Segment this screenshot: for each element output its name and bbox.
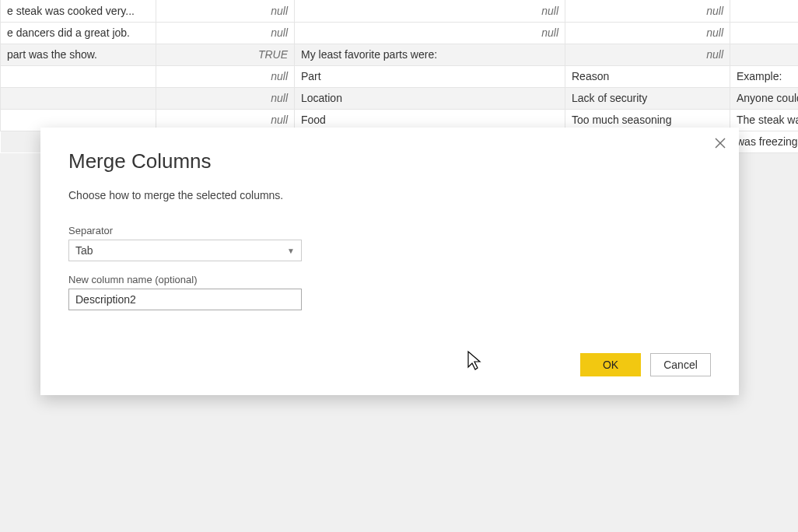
grid-cell[interactable]: null [730, 44, 799, 65]
close-button[interactable] [711, 134, 730, 152]
separator-selected-value: Tab [75, 244, 93, 257]
dialog-buttons: OK Cancel [580, 353, 711, 376]
ok-button[interactable]: OK [580, 353, 641, 376]
grid-cell[interactable]: null [156, 22, 295, 44]
grid-cell[interactable]: e dancers did a great job. [1, 22, 156, 44]
grid-cell[interactable]: The steak wa [730, 109, 799, 131]
grid-cell[interactable] [1, 65, 156, 87]
table-row[interactable]: null Part Reason Example: [1, 65, 799, 87]
grid-cell[interactable]: null [156, 0, 295, 22]
table-row[interactable]: null Location Lack of security Anyone co… [1, 87, 799, 109]
grid-cell[interactable]: null [156, 65, 295, 87]
grid-cell[interactable]: Example: [730, 65, 799, 87]
grid-cell[interactable]: Anyone could [730, 87, 799, 109]
table-row[interactable]: part was the show. TRUE My least favorit… [1, 44, 799, 65]
grid-cell[interactable]: null [156, 87, 295, 109]
cancel-button[interactable]: Cancel [650, 353, 711, 376]
grid-cell[interactable]: null [565, 44, 730, 65]
grid-cell[interactable]: Reason [565, 65, 730, 87]
grid-cell[interactable]: null [565, 22, 730, 44]
grid-cell[interactable]: Lack of security [565, 87, 730, 109]
separator-label: Separator [68, 225, 711, 236]
grid-cell[interactable]: null [295, 22, 565, 44]
dialog-instruction: Choose how to merge the selected columns… [68, 189, 711, 201]
newcolumn-input[interactable] [68, 289, 302, 310]
grid-cell[interactable]: TRUE [156, 44, 295, 65]
separator-select[interactable]: Tab ▼ [68, 240, 302, 261]
chevron-down-icon: ▼ [287, 247, 295, 255]
grid-cell[interactable]: null [295, 0, 565, 22]
grid-cell[interactable]: Location [295, 87, 565, 109]
grid-cell[interactable]: e steak was cooked very... [1, 0, 156, 22]
dialog-title: Merge Columns [68, 149, 711, 173]
merge-columns-dialog: Merge Columns Choose how to merge the se… [40, 128, 739, 395]
grid-cell[interactable]: My least favorite parts were: [295, 44, 565, 65]
grid-cell[interactable]: null [730, 0, 799, 22]
grid-cell[interactable] [1, 87, 156, 109]
table-row[interactable]: e dancers did a great job. null null nul… [1, 22, 799, 44]
grid-cell[interactable]: Part [295, 65, 565, 87]
grid-cell[interactable]: was freezing [730, 131, 799, 152]
grid-cell[interactable]: null [730, 22, 799, 44]
grid-cell[interactable]: null [565, 0, 730, 22]
newcolumn-label: New column name (optional) [68, 274, 711, 285]
grid-cell[interactable]: part was the show. [1, 44, 156, 65]
close-icon [715, 138, 726, 149]
table-row[interactable]: e steak was cooked very... null null nul… [1, 0, 799, 22]
